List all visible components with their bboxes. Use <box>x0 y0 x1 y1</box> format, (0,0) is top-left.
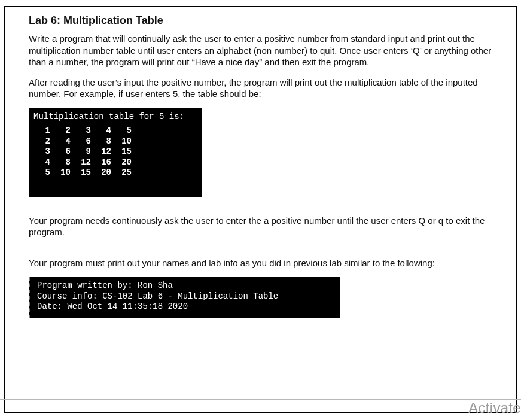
cell: 4 <box>54 136 74 147</box>
cell: 10 <box>54 168 74 178</box>
table-row: 4 8 12 16 20 <box>33 157 135 168</box>
cell: 15 <box>74 168 95 178</box>
cell: 1 <box>33 126 54 136</box>
cell: 8 <box>54 157 74 168</box>
intro-paragraph-2: After reading the user’s input the posit… <box>29 77 492 100</box>
cell: 2 <box>33 136 54 147</box>
terminal-header-line: Multiplication table for 5 is: <box>33 112 197 123</box>
table-row: 5 10 15 20 25 <box>33 168 135 178</box>
multiplication-table: 1 2 3 4 5 2 4 6 8 10 3 6 9 12 15 4 <box>33 126 135 178</box>
cell: 2 <box>54 126 74 136</box>
info-line-date: Date: Wed Oct 14 11:35:18 2020 <box>33 302 335 312</box>
cell: 8 <box>95 136 115 147</box>
terminal-output-info: Program written by: Ron Sha Course info:… <box>29 277 340 318</box>
table-row: 2 4 6 8 10 <box>33 136 135 147</box>
table-row: 3 6 9 12 15 <box>33 147 135 157</box>
cell: 20 <box>95 168 115 178</box>
intro-paragraph-1: Write a program that will continually as… <box>29 33 492 68</box>
window-divider-line <box>0 399 521 400</box>
cell: 25 <box>115 168 135 178</box>
cell: 3 <box>74 126 95 136</box>
info-line-course: Course info: CS-102 Lab 6 - Multiplicati… <box>33 291 335 302</box>
cell: 5 <box>115 126 135 136</box>
cell: 6 <box>74 136 95 147</box>
info-line-author: Program written by: Ron Sha <box>33 281 335 291</box>
cell: 9 <box>74 147 95 157</box>
cell: 10 <box>115 136 135 147</box>
cell: 6 <box>54 147 74 157</box>
cell: 4 <box>33 157 54 168</box>
cell: 15 <box>115 147 135 157</box>
terminal-output-multiplication: Multiplication table for 5 is: 1 2 3 4 5… <box>29 108 202 197</box>
cell: 12 <box>95 147 115 157</box>
table-row: 1 2 3 4 5 <box>33 126 135 136</box>
cell: 12 <box>74 157 95 168</box>
cell: 5 <box>33 168 54 178</box>
cell: 20 <box>115 157 135 168</box>
print-names-paragraph: Your program must print out your names a… <box>29 257 492 269</box>
cell: 3 <box>33 147 54 157</box>
document-page: Lab 6: Multiplication Table Write a prog… <box>4 6 517 413</box>
cell: 4 <box>95 126 115 136</box>
cell: 16 <box>95 157 115 168</box>
lab-title: Lab 6: Multiplication Table <box>29 14 492 27</box>
continuous-prompt-paragraph: Your program needs continuously ask the … <box>29 215 492 238</box>
